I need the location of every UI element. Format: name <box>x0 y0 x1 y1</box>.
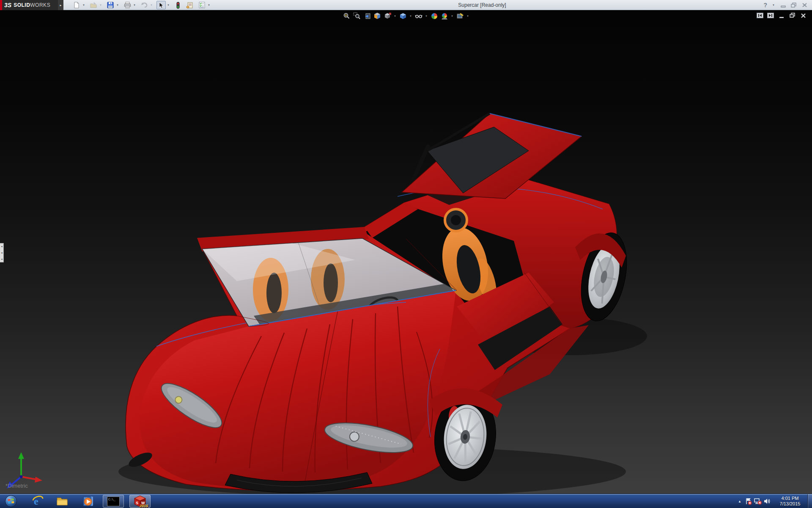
view-settings-dropdown[interactable]: ▾ <box>466 12 470 21</box>
media-player-button[interactable] <box>82 495 95 507</box>
print-button[interactable] <box>123 1 132 9</box>
doc-restore-button[interactable] <box>789 12 796 19</box>
solidworks-logo: 3S SOLIDWORKS <box>0 0 58 10</box>
printer-icon <box>124 2 131 8</box>
print-dropdown-arrow[interactable]: ▾ <box>132 1 137 9</box>
action-center-flag-icon <box>745 497 752 505</box>
view-settings-button[interactable] <box>455 12 464 21</box>
clock-time: 4:01 PM <box>775 496 805 501</box>
app-restore-button[interactable] <box>790 2 797 8</box>
menu-flyout-arrow[interactable]: ▸ <box>58 0 63 10</box>
windows-taskbar: e C:\_ <box>0 494 812 508</box>
apply-scene-button[interactable] <box>440 12 449 21</box>
open-dropdown-arrow[interactable]: ▾ <box>98 1 103 9</box>
save-button[interactable] <box>106 1 115 9</box>
document-window-controls <box>757 12 807 19</box>
help-dropdown-arrow[interactable]: ▾ <box>771 1 776 9</box>
doc-close-icon <box>801 13 806 18</box>
heads-up-view-toolbar: ▾ ▾ ▾ <box>342 11 470 21</box>
new-dropdown-arrow[interactable]: ▾ <box>81 1 86 9</box>
internet-explorer-icon: e <box>32 495 44 507</box>
internet-explorer-button[interactable]: e <box>31 495 44 507</box>
new-document-button[interactable] <box>72 1 81 9</box>
apply-scene-dropdown[interactable]: ▾ <box>450 12 454 21</box>
display-style-button[interactable] <box>398 12 407 21</box>
rebuild-button[interactable] <box>173 1 183 9</box>
zoom-to-fit-icon <box>343 12 351 20</box>
select-dropdown-arrow[interactable]: ▾ <box>166 1 171 9</box>
app-minimize-button[interactable] <box>780 2 787 8</box>
view-orientation-dropdown[interactable]: ▾ <box>393 12 397 21</box>
feature-manager-collapsed-tab[interactable]: ◂ ◂ ◂ <box>0 243 4 262</box>
tray-expand-button[interactable]: ▲ <box>735 500 744 503</box>
select-tool-button[interactable] <box>156 1 166 9</box>
undo-button[interactable] <box>140 1 149 9</box>
document-title: Supercar [Read-only] <box>440 2 524 8</box>
app-close-button[interactable] <box>801 2 808 8</box>
options-dropdown-arrow[interactable]: ▾ <box>206 1 211 9</box>
3ds-logo-icon: 3S <box>4 2 11 8</box>
save-dropdown-arrow[interactable]: ▾ <box>115 1 120 9</box>
previous-view-button[interactable] <box>362 12 371 21</box>
collapse-arrow-icon: ◂ <box>1 258 2 260</box>
brand-solid: SOLID <box>14 2 30 8</box>
undo-arrow-icon <box>140 2 148 8</box>
file-explorer-button[interactable] <box>56 495 69 507</box>
file-properties-button[interactable] <box>185 1 195 9</box>
hide-show-glasses-icon <box>415 12 422 20</box>
hide-show-items-dropdown[interactable]: ▾ <box>424 12 428 21</box>
solidworks-taskbar-button[interactable]: S W 2015 <box>129 495 151 508</box>
collapse-left-pane-button[interactable] <box>757 13 763 18</box>
zoom-to-area-button[interactable] <box>352 12 361 21</box>
doc-restore-icon <box>790 13 796 18</box>
car-3d-model[interactable] <box>0 10 812 494</box>
windows-logo-icon <box>8 498 14 504</box>
taskbar-clock[interactable]: 4:01 PM 7/13/2015 <box>775 496 805 507</box>
volume-button[interactable] <box>763 496 772 506</box>
zoom-to-fit-button[interactable] <box>342 12 351 21</box>
rebuild-traffic-light-icon <box>175 2 181 9</box>
section-view-icon <box>373 12 381 20</box>
speaker-icon <box>763 498 771 505</box>
media-player-icon <box>82 495 94 507</box>
new-document-icon <box>73 2 80 8</box>
previous-view-icon <box>363 12 371 20</box>
svg-text:S: S <box>136 501 138 505</box>
restore-icon <box>791 3 797 8</box>
view-orientation-label: *Dimetric <box>5 483 28 489</box>
edit-appearance-button[interactable] <box>430 12 439 21</box>
solidworks-2015-icon: S W 2015 <box>134 495 146 507</box>
options-checklist-icon <box>198 2 206 8</box>
command-prompt-icon: C:\_ <box>107 497 120 506</box>
app-window-controls: ? ▾ <box>763 0 808 10</box>
doc-minimize-button[interactable] <box>778 12 785 19</box>
sw-year-badge: 2015 <box>140 504 148 508</box>
standard-toolbar: ▾ ▾ ▾ <box>72 0 211 10</box>
title-bar: 3S SOLIDWORKS ▸ ▾ ▾ <box>0 0 812 10</box>
open-door[interactable] <box>402 113 582 199</box>
help-icon[interactable]: ? <box>763 2 767 8</box>
open-folder-icon <box>90 2 97 8</box>
options-button[interactable] <box>197 1 206 9</box>
system-tray: ▲ <box>735 494 812 508</box>
undo-dropdown-arrow[interactable]: ▾ <box>149 1 154 9</box>
view-orientation-button[interactable] <box>383 12 392 21</box>
graphics-viewport[interactable]: ▾ ▾ ▾ <box>0 10 812 494</box>
network-status-button[interactable] <box>753 496 763 506</box>
file-properties-icon <box>186 2 194 8</box>
action-center-button[interactable] <box>744 496 753 506</box>
brand-works: WORKS <box>30 2 50 8</box>
solidworks-window: 3S SOLIDWORKS ▸ ▾ ▾ <box>0 0 812 508</box>
save-floppy-icon <box>107 2 114 8</box>
expand-right-pane-button[interactable] <box>767 13 774 18</box>
pane-left-arrow-icon <box>758 14 762 17</box>
start-button[interactable] <box>5 495 17 507</box>
open-document-button[interactable] <box>89 1 98 9</box>
hide-show-items-button[interactable] <box>414 12 423 21</box>
section-view-button[interactable] <box>373 12 381 21</box>
show-desktop-button[interactable] <box>807 494 812 508</box>
command-prompt-button[interactable]: C:\_ <box>103 495 124 508</box>
doc-close-button[interactable] <box>800 12 807 19</box>
display-style-dropdown[interactable]: ▾ <box>409 12 413 21</box>
select-cursor-icon <box>159 2 164 8</box>
